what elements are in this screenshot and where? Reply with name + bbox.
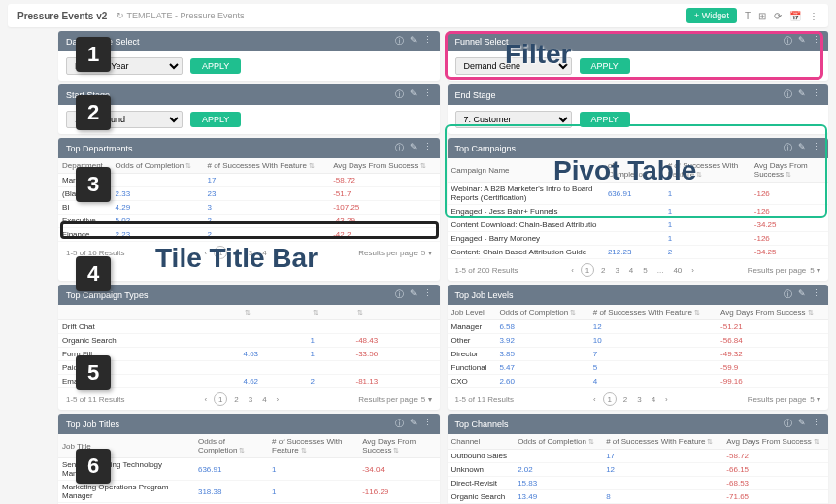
table-row[interactable]: Functional5.475-59.9 — [448, 361, 829, 375]
col-header[interactable]: # of Successes With Feature⇅ — [589, 305, 717, 320]
prev-page[interactable]: ‹ — [590, 394, 599, 405]
table-row[interactable]: Engaged - Barry Moroney1-126 — [448, 232, 829, 246]
info-icon[interactable]: ⓘ — [395, 142, 404, 154]
col-header[interactable] — [58, 305, 239, 320]
table-row[interactable]: Unknown2.0212-66.15 — [448, 463, 829, 477]
more-icon[interactable]: ⋮ — [812, 142, 820, 154]
col-header[interactable]: Odds of Completion⇅ — [495, 305, 588, 320]
table-row[interactable]: Outbound Sales17-58.72 — [448, 450, 829, 463]
text-icon[interactable]: T — [745, 11, 751, 21]
apply-button[interactable]: APPLY — [580, 58, 630, 74]
apply-button[interactable]: APPLY — [190, 58, 241, 74]
table-row[interactable]: (Blank)2.3323-51.7 — [58, 187, 440, 201]
page-number[interactable]: 4 — [649, 394, 658, 405]
more-icon[interactable]: ⋮ — [812, 88, 820, 101]
template-label[interactable]: ↻ TEMPLATE - Pressure Events — [117, 11, 244, 20]
table-row[interactable]: Content Download: Chain-Based Attributio… — [448, 218, 829, 232]
page-number[interactable]: 4 — [259, 394, 269, 405]
table-row[interactable]: Form Fill4.631-33.56 — [58, 348, 440, 361]
col-header[interactable]: Avg Days From Success⇅ — [751, 158, 828, 183]
table-row[interactable]: Engaged - Jess Bahr+ Funnels1-126 — [448, 205, 829, 218]
table-row[interactable]: Organic Search13.498-71.65 — [448, 490, 829, 504]
page-number[interactable]: 3 — [612, 265, 621, 276]
more-icon[interactable]: ⋮ — [812, 35, 820, 48]
table-row[interactable]: Director3.857-49.32 — [448, 348, 829, 361]
next-page[interactable]: › — [688, 265, 697, 276]
col-header[interactable]: Odds of Completion⇅ — [194, 434, 268, 458]
info-icon[interactable]: ⓘ — [784, 288, 792, 301]
col-header[interactable]: Avg Days From Success⇅ — [329, 158, 439, 174]
rpp-value[interactable]: 5 ▾ — [810, 395, 820, 404]
more-icon[interactable]: ⋮ — [423, 418, 432, 430]
add-widget-button[interactable]: + Widget — [686, 8, 737, 23]
calendar-icon[interactable]: 📅 — [789, 11, 801, 21]
col-header[interactable]: ⇅ — [307, 305, 352, 320]
info-icon[interactable]: ⓘ — [784, 35, 792, 48]
edit-icon[interactable]: ✎ — [798, 142, 806, 154]
table-row[interactable]: Direct-Revisit15.83-68.53 — [448, 477, 829, 490]
col-header[interactable]: Job Level — [448, 305, 496, 320]
page-number[interactable]: 3 — [634, 394, 644, 405]
edit-icon[interactable]: ✎ — [798, 88, 806, 101]
page-number[interactable]: 2 — [231, 394, 241, 405]
table-row[interactable]: Organic Search1-48.43 — [58, 334, 440, 348]
rpp-value[interactable]: 5 ▾ — [421, 249, 432, 257]
page-number[interactable]: 2 — [620, 394, 630, 405]
end-stage-select[interactable]: 7: Customer — [455, 111, 572, 128]
table-row[interactable]: Email4.622-81.13 — [58, 375, 440, 388]
col-header[interactable]: ⇅ — [239, 305, 306, 320]
more-icon[interactable]: ⋮ — [812, 288, 820, 301]
info-icon[interactable]: ⓘ — [784, 88, 792, 101]
rpp-value[interactable]: 5 ▾ — [421, 395, 432, 404]
table-row[interactable]: Paid Search — [58, 361, 440, 375]
more-icon[interactable]: ⋮ — [423, 288, 432, 301]
info-icon[interactable]: ⓘ — [784, 142, 792, 154]
apply-button[interactable]: APPLY — [190, 112, 241, 127]
col-header[interactable]: Avg Days From Success⇅ — [358, 434, 439, 458]
page-number[interactable]: 40 — [670, 265, 685, 276]
table-row[interactable]: Other3.9210-56.84 — [448, 334, 829, 348]
edit-icon[interactable]: ✎ — [410, 88, 418, 101]
info-icon[interactable]: ⓘ — [784, 418, 792, 430]
more-icon[interactable]: ⋮ — [423, 88, 432, 101]
edit-icon[interactable]: ✎ — [798, 35, 806, 48]
table-row[interactable]: BI4.293-107.25 — [58, 201, 440, 215]
more-icon[interactable]: ⋮ — [423, 35, 432, 48]
table-row[interactable]: Executive5.022-43.29 — [58, 215, 440, 228]
edit-icon[interactable]: ✎ — [410, 142, 418, 154]
table-row[interactable]: Senior Marketing Technology Manager636.9… — [58, 458, 440, 481]
next-page[interactable]: › — [662, 394, 671, 405]
edit-icon[interactable]: ✎ — [798, 418, 806, 430]
edit-icon[interactable]: ✎ — [798, 288, 806, 301]
info-icon[interactable]: ⓘ — [395, 35, 404, 48]
table-row[interactable]: Manager6.5812-51.21 — [448, 320, 829, 334]
page-number[interactable]: 1 — [581, 263, 594, 277]
info-icon[interactable]: ⓘ — [395, 88, 404, 101]
page-number[interactable]: 2 — [598, 265, 608, 276]
table-row[interactable]: CXO2.604-99.16 — [448, 375, 829, 388]
next-page[interactable]: › — [274, 394, 283, 405]
page-number[interactable]: 1 — [214, 392, 227, 406]
info-icon[interactable]: ⓘ — [395, 288, 404, 301]
table-row[interactable]: Finance2.232-42.2 — [58, 228, 440, 242]
prev-page[interactable]: ‹ — [568, 265, 577, 276]
page-number[interactable]: 1 — [603, 392, 617, 406]
edit-icon[interactable]: ✎ — [410, 418, 418, 430]
table-row[interactable]: Drift Chat — [58, 320, 440, 334]
edit-icon[interactable]: ✎ — [410, 35, 418, 48]
more-icon[interactable]: ⋮ — [812, 418, 820, 430]
col-header[interactable]: # of Successes With Feature⇅ — [268, 434, 358, 458]
col-header[interactable]: Odds of Completion⇅ — [112, 158, 204, 174]
refresh-icon[interactable]: ⟳ — [774, 11, 782, 21]
col-header[interactable]: Odds of Completion⇅ — [514, 434, 602, 450]
col-header[interactable]: # of Successes With Feature⇅ — [204, 158, 330, 174]
prev-page[interactable]: ‹ — [202, 394, 211, 405]
more-icon[interactable]: ⋮ — [809, 11, 819, 21]
dashboard-icon[interactable]: ⊞ — [758, 11, 766, 21]
more-icon[interactable]: ⋮ — [423, 142, 432, 154]
table-row[interactable]: Content: Chain Based Attribution Guide21… — [448, 246, 829, 259]
col-header[interactable]: ⇅ — [351, 305, 439, 320]
col-header[interactable]: Channel — [448, 434, 515, 450]
table-row[interactable]: Marketing Operations Program Manager318.… — [58, 481, 440, 503]
apply-button[interactable]: APPLY — [580, 112, 630, 127]
